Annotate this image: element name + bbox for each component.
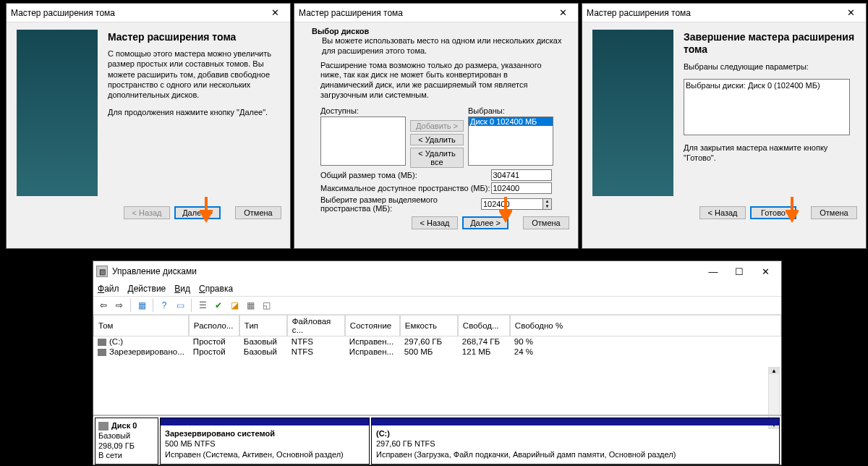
partition-reserved[interactable]: Зарезервировано системой 500 МБ NTFS Исп… xyxy=(160,418,370,465)
disk-icon xyxy=(98,422,109,431)
col-fs[interactable]: Файловая с... xyxy=(287,315,345,336)
back-icon[interactable]: ⇦ xyxy=(96,298,111,313)
remove-all-button[interactable]: < Удалить все xyxy=(410,148,464,168)
disk-info[interactable]: Диск 0 Базовый 298,09 ГБ В сети xyxy=(95,418,158,465)
titlebar-title: Мастер расширения тома xyxy=(587,8,840,18)
toolbar: ⇦ ⇨ ▦ ? ▭ ☰ ✔ ◪ ▦ ◱ xyxy=(93,296,781,315)
table-row[interactable]: Зарезервировано... Простой Базовый NTFS … xyxy=(93,347,781,357)
wizard-text-2: Для продолжения нажмите кнопку "Далее". xyxy=(108,107,280,117)
maximize-icon[interactable]: ☐ xyxy=(726,266,752,277)
menu-view[interactable]: Вид xyxy=(174,284,190,294)
tb-icon[interactable]: ☰ xyxy=(195,298,210,313)
wizard-step2: Мастер расширения тома ✕ Выбор дисков Вы… xyxy=(294,3,579,249)
tb-icon[interactable]: ▭ xyxy=(173,298,187,313)
cancel-button[interactable]: Отмена xyxy=(811,206,857,219)
wizard-banner xyxy=(17,30,98,196)
tb-icon[interactable]: ▦ xyxy=(135,298,149,313)
arrow-icon xyxy=(499,197,512,223)
titlebar-title: Управление дисками xyxy=(112,266,700,276)
sel-label: Выберите размер выделяемого пространства… xyxy=(320,195,481,213)
selected-item[interactable]: Диск 0 102400 МБ xyxy=(469,117,553,126)
col-type[interactable]: Тип xyxy=(239,315,287,336)
wizard-banner xyxy=(592,30,673,196)
wizard-heading: Мастер расширения тома xyxy=(108,31,280,43)
wizard-step3: Мастер расширения тома ✕ Завершение маст… xyxy=(582,3,867,249)
menubar: Файл Действие Вид Справка xyxy=(93,281,781,296)
wizard-step1: Мастер расширения тома ✕ Мастер расширен… xyxy=(6,3,291,249)
titlebar: ▧ Управление дисками — ☐ ✕ xyxy=(93,261,781,281)
col-free[interactable]: Свобод... xyxy=(458,315,510,336)
step-heading: Выбор дисков xyxy=(312,27,563,35)
total-value: 304741 xyxy=(491,169,553,181)
tb-icon[interactable]: ◪ xyxy=(227,298,242,313)
close-icon[interactable]: ✕ xyxy=(840,7,861,18)
back-button[interactable]: < Назад xyxy=(412,216,458,229)
back-button[interactable]: < Назад xyxy=(699,206,746,219)
params-list: Выбраны диски: Диск 0 (102400 МБ) xyxy=(684,79,850,135)
tb-icon[interactable]: ◱ xyxy=(259,298,273,313)
add-button: Добавить > xyxy=(410,120,464,132)
wizard-close-text: Для закрытия мастера нажмите кнопку "Гот… xyxy=(684,143,856,164)
available-label: Доступны: xyxy=(320,106,406,115)
selected-label: Выбраны: xyxy=(468,106,553,115)
next-button[interactable]: Далее > xyxy=(174,206,221,219)
disk-management-icon: ▧ xyxy=(96,266,108,277)
close-icon[interactable]: ✕ xyxy=(552,7,574,18)
total-label: Общий размер тома (МБ): xyxy=(320,171,491,179)
size-input[interactable]: 102400 xyxy=(481,198,543,210)
volume-icon xyxy=(98,339,106,346)
arrow-icon xyxy=(786,197,799,223)
menu-file[interactable]: Файл xyxy=(98,284,119,294)
params-label: Выбраны следующие параметры: xyxy=(684,62,856,72)
wizard-text-1: С помощью этого мастера можно увеличить … xyxy=(108,48,280,100)
remove-button[interactable]: < Удалить xyxy=(410,134,464,145)
tb-icon[interactable]: ▦ xyxy=(243,298,258,313)
disk-management-window: ▧ Управление дисками — ☐ ✕ Файл Действие… xyxy=(93,260,782,465)
titlebar: Мастер расширения тома ✕ xyxy=(7,4,290,22)
max-label: Максимальное доступное пространство (МБ)… xyxy=(320,184,491,192)
volume-table: Том Располо... Тип Файловая с... Состоян… xyxy=(93,315,781,357)
titlebar: Мастер расширения тома ✕ xyxy=(294,4,578,22)
col-vol[interactable]: Том xyxy=(93,315,189,336)
col-cap[interactable]: Емкость xyxy=(400,315,458,336)
cancel-button[interactable]: Отмена xyxy=(235,206,281,219)
titlebar: Мастер расширения тома ✕ xyxy=(582,4,866,22)
arrow-icon xyxy=(200,197,213,223)
selected-list[interactable]: Диск 0 102400 МБ xyxy=(468,116,553,166)
menu-help[interactable]: Справка xyxy=(199,284,233,294)
back-button: < Назад xyxy=(124,206,170,219)
titlebar-title: Мастер расширения тома xyxy=(299,8,552,18)
volume-icon xyxy=(98,349,106,356)
col-freepct[interactable]: Свободно % xyxy=(510,315,781,336)
size-spinner[interactable]: ▲▼ xyxy=(543,198,552,210)
titlebar-title: Мастер расширения тома xyxy=(11,8,264,18)
tb-icon[interactable]: ✔ xyxy=(211,298,226,313)
minimize-icon[interactable]: — xyxy=(700,266,726,277)
cancel-button[interactable]: Отмена xyxy=(523,216,569,229)
partition-c[interactable]: (C:) 297,60 ГБ NTFS Исправен (Загрузка, … xyxy=(371,418,780,465)
help-icon[interactable]: ? xyxy=(157,298,171,313)
disk-graph: Диск 0 Базовый 298,09 ГБ В сети Зарезерв… xyxy=(93,415,781,466)
available-list[interactable] xyxy=(320,116,406,166)
table-row[interactable]: (C:) Простой Базовый NTFS Исправен... 29… xyxy=(93,336,781,347)
close-icon[interactable]: ✕ xyxy=(264,7,286,18)
step-desc: Расширение тома возможно только до разме… xyxy=(320,61,552,101)
max-value: 102400 xyxy=(491,182,553,194)
menu-action[interactable]: Действие xyxy=(128,284,166,294)
params-item: Выбраны диски: Диск 0 (102400 МБ) xyxy=(686,81,848,90)
col-layout[interactable]: Располо... xyxy=(189,315,239,336)
close-icon[interactable]: ✕ xyxy=(752,266,778,277)
wizard-heading: Завершение мастера расширения тома xyxy=(684,31,856,56)
step-sub: Вы можете использовать место на одном ил… xyxy=(322,35,563,56)
forward-icon[interactable]: ⇨ xyxy=(112,298,127,313)
table-header: Том Располо... Тип Файловая с... Состоян… xyxy=(93,315,781,336)
col-status[interactable]: Состояние xyxy=(345,315,400,336)
